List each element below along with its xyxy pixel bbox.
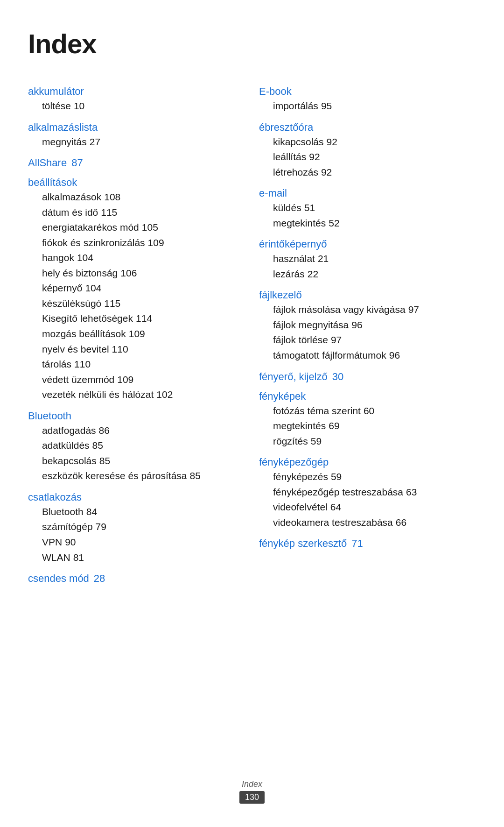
sub-entries: megnyitás27 [28,134,245,150]
entry-header: beállítások [28,177,245,189]
index-entry: érintőképernyőhasználat21lezárás22 [259,238,476,282]
entry-header: AllShare87 [28,157,245,169]
index-columns: akkumulátortöltése10alkalmazáslistamegny… [28,78,476,587]
index-entry: csendes mód28 [28,573,245,585]
index-entry: fájlkezelőfájlok másolása vagy kivágása9… [259,289,476,363]
sub-entry: védett üzemmód109 [28,372,245,388]
entry-header: fényképezőgép [259,456,476,468]
sub-entry: hely és biztonság106 [28,266,245,281]
sub-entries: küldés51megtekintés52 [259,200,476,231]
index-entry: ébresztőórakikapcsolás92leállítás92létre… [259,121,476,180]
index-entry: e-mailküldés51megtekintés52 [259,187,476,231]
sub-entry: fényképezőgép testreszabása63 [259,485,476,500]
sub-entry: Kisegítő lehetőségek114 [28,311,245,326]
entry-header: Bluetooth [28,410,245,422]
footer-label: Index [0,779,504,789]
footer: Index 130 [0,779,504,804]
index-entry: AllShare87 [28,157,245,169]
index-entry: Bluetoothadatfogadás86adatküldés85bekapc… [28,410,245,484]
sub-entries: importálás95 [259,99,476,114]
entry-header: fájlkezelő [259,289,476,301]
sub-entry: lezárás22 [259,267,476,282]
sub-entry: fényképezés59 [259,469,476,485]
footer-page: 130 [239,791,265,804]
sub-entries: kikapcsolás92leállítás92létrehozás92 [259,134,476,180]
sub-entry: fájlok törlése97 [259,332,476,348]
entry-header: ébresztőóra [259,121,476,134]
sub-entry: WLAN81 [28,550,245,565]
entry-header: fényképek [259,390,476,403]
sub-entry: fájlok megnyitása96 [259,318,476,333]
index-entry: csatlakozásBluetooth84számítógép79VPN90W… [28,491,245,565]
sub-entry: fotózás téma szerint60 [259,403,476,419]
sub-entries: Bluetooth84számítógép79VPN90WLAN81 [28,504,245,565]
index-entry: alkalmazáslistamegnyitás27 [28,121,245,150]
entry-header: akkumulátor [28,85,245,98]
sub-entries: fotózás téma szerint60megtekintés69rögzí… [259,403,476,449]
sub-entry: vezeték nélküli és hálózat102 [28,387,245,403]
sub-entry: készüléksúgó115 [28,296,245,311]
index-entry: fényerő, kijelző30 [259,371,476,383]
sub-entries: adatfogadás86adatküldés85bekapcsolás85es… [28,423,245,484]
sub-entries: fényképezés59fényképezőgép testreszabása… [259,469,476,530]
sub-entry: hangok104 [28,250,245,266]
sub-entry: tárolás110 [28,357,245,372]
entry-header: fénykép szerkesztő71 [259,537,476,550]
index-entry: E-bookimportálás95 [259,85,476,114]
sub-entry: létrehozás92 [259,165,476,180]
sub-entries: töltése10 [28,99,245,114]
sub-entry: adatfogadás86 [28,423,245,438]
sub-entry: bekapcsolás85 [28,453,245,469]
sub-entry: leállítás92 [259,149,476,165]
sub-entry: megnyitás27 [28,134,245,150]
sub-entry: alkalmazások108 [28,190,245,205]
sub-entry: használat21 [259,251,476,267]
sub-entry: energiatakarékos mód105 [28,220,245,235]
sub-entry: fájlok másolása vagy kivágása97 [259,302,476,318]
sub-entry: videofelvétel64 [259,500,476,515]
sub-entry: küldés51 [259,200,476,216]
page-title: Index [28,28,476,59]
left-column: akkumulátortöltése10alkalmazáslistamegny… [28,78,259,587]
sub-entry: kikapcsolás92 [259,134,476,150]
sub-entry: nyelv és bevitel110 [28,342,245,357]
sub-entry: rögzítés59 [259,434,476,449]
sub-entry: fiókok és szinkronizálás109 [28,235,245,251]
sub-entry: importálás95 [259,99,476,114]
entry-header: csendes mód28 [28,573,245,585]
sub-entry: VPN90 [28,535,245,550]
sub-entries: használat21lezárás22 [259,251,476,282]
sub-entry: adatküldés85 [28,438,245,453]
entry-header: csatlakozás [28,491,245,503]
entry-header: e-mail [259,187,476,199]
sub-entry: számítógép79 [28,519,245,535]
sub-entry: Bluetooth84 [28,504,245,520]
sub-entry: dátum és idő115 [28,205,245,220]
sub-entry: megtekintés69 [259,418,476,434]
index-entry: fényképezőgépfényképezés59fényképezőgép … [259,456,476,530]
entry-header: alkalmazáslista [28,121,245,134]
sub-entry: megtekintés52 [259,216,476,231]
entry-header: érintőképernyő [259,238,476,250]
sub-entry: eszközök keresése és párosítása85 [28,468,245,484]
index-entry: fénykép szerkesztő71 [259,537,476,550]
sub-entries: alkalmazások108dátum és idő115energiatak… [28,190,245,403]
index-entry: beállításokalkalmazások108dátum és idő11… [28,177,245,403]
index-entry: akkumulátortöltése10 [28,85,245,114]
sub-entries: fájlok másolása vagy kivágása97fájlok me… [259,302,476,363]
sub-entry: mozgás beállítások109 [28,326,245,342]
index-entry: fényképekfotózás téma szerint60megtekint… [259,390,476,449]
sub-entry: támogatott fájlformátumok96 [259,348,476,363]
sub-entry: videokamera testreszabása66 [259,515,476,530]
entry-header: E-book [259,85,476,98]
entry-header: fényerő, kijelző30 [259,371,476,383]
right-column: E-bookimportálás95ébresztőórakikapcsolás… [259,78,476,587]
sub-entry: töltése10 [28,99,245,114]
sub-entry: képernyő104 [28,281,245,296]
